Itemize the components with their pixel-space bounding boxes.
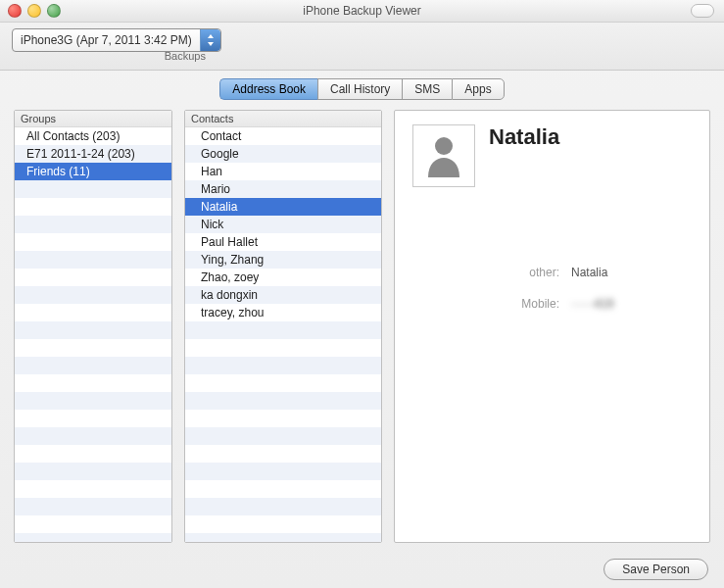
avatar — [412, 124, 475, 187]
list-item-empty — [185, 445, 381, 463]
list-item-empty — [15, 357, 171, 374]
detail-header: Natalia — [412, 124, 692, 187]
contacts-panel: Contacts ContactGoogleHanMarioNataliaNic… — [184, 110, 382, 543]
list-item-empty — [15, 304, 171, 321]
toolbar-toggle-icon[interactable] — [691, 4, 714, 18]
list-item-empty — [15, 286, 171, 304]
field-label: other: — [510, 266, 559, 279]
footer: Save Person — [0, 551, 724, 588]
field-value: Natalia — [571, 266, 607, 279]
save-person-button[interactable]: Save Person — [603, 559, 708, 580]
list-item-empty — [15, 463, 171, 480]
groups-list[interactable]: All Contacts (203)E71 2011-1-24 (203)Fri… — [15, 127, 171, 542]
list-item-empty — [15, 233, 171, 251]
list-item-empty — [185, 480, 381, 498]
list-item-empty — [185, 410, 381, 427]
list-item-empty — [185, 463, 381, 480]
list-item[interactable]: ka dongxin — [185, 286, 381, 304]
list-item-empty — [185, 357, 381, 374]
list-item-empty — [185, 339, 381, 357]
list-item-empty — [15, 498, 171, 515]
list-item-empty — [15, 251, 171, 269]
list-item-empty — [185, 498, 381, 515]
list-item[interactable]: Contact — [185, 127, 381, 145]
list-item-empty — [15, 533, 171, 542]
person-icon — [424, 134, 463, 177]
backups-label: Backups — [165, 50, 206, 62]
list-item-empty — [15, 339, 171, 357]
backup-selector-value: iPhone3G (Apr 7, 2011 3:42 PM) — [13, 33, 200, 47]
list-item-empty — [15, 410, 171, 427]
list-item-empty — [185, 392, 381, 410]
list-item[interactable]: Mario — [185, 180, 381, 198]
window-title: iPhone Backup Viewer — [0, 4, 724, 18]
list-item-empty — [185, 427, 381, 445]
detail-field: other:Natalia — [510, 266, 692, 279]
list-item[interactable]: Nick — [185, 216, 381, 233]
list-item-empty — [185, 533, 381, 542]
list-item-empty — [15, 427, 171, 445]
list-item-empty — [15, 515, 171, 533]
toolbar: iPhone3G (Apr 7, 2011 3:42 PM) Backups — [0, 23, 724, 71]
app-window: iPhone Backup Viewer iPhone3G (Apr 7, 20… — [0, 0, 724, 588]
tab-sms[interactable]: SMS — [402, 78, 452, 100]
tab-address-book[interactable]: Address Book — [219, 78, 317, 100]
list-item-empty — [15, 392, 171, 410]
list-item[interactable]: E71 2011-1-24 (203) — [15, 145, 171, 163]
list-item-empty — [15, 180, 171, 198]
detail-field: Mobile:·······419 — [510, 297, 692, 311]
groups-header: Groups — [15, 111, 171, 127]
title-bar: iPhone Backup Viewer — [0, 0, 724, 23]
svg-point-0 — [435, 137, 453, 155]
contact-name: Natalia — [489, 124, 559, 150]
tab-call-history[interactable]: Call History — [317, 78, 402, 100]
list-item-empty — [15, 480, 171, 498]
tab-apps[interactable]: Apps — [452, 78, 504, 100]
list-item[interactable]: Google — [185, 145, 381, 163]
list-item[interactable]: Paul Hallet — [185, 233, 381, 251]
list-item[interactable]: Friends (11) — [15, 163, 171, 180]
list-item-empty — [185, 515, 381, 533]
field-label: Mobile: — [510, 297, 559, 311]
contacts-list[interactable]: ContactGoogleHanMarioNataliaNickPaul Hal… — [185, 127, 381, 542]
list-item-empty — [185, 374, 381, 392]
chevron-updown-icon — [200, 29, 220, 51]
list-item-empty — [15, 321, 171, 339]
list-item[interactable]: Natalia — [185, 198, 381, 216]
backup-selector[interactable]: iPhone3G (Apr 7, 2011 3:42 PM) — [12, 28, 221, 52]
list-item-empty — [15, 445, 171, 463]
contacts-header: Contacts — [185, 111, 381, 127]
list-item-empty — [15, 374, 171, 392]
field-value: ·······419 — [571, 297, 613, 311]
list-item[interactable]: All Contacts (203) — [15, 127, 171, 145]
tab-bar: Address BookCall HistorySMSApps — [219, 78, 504, 100]
detail-panel: Natalia other:NataliaMobile:·······419 — [394, 110, 710, 543]
list-item-empty — [15, 269, 171, 286]
list-item[interactable]: Zhao, zoey — [185, 269, 381, 286]
list-item-empty — [15, 198, 171, 216]
groups-panel: Groups All Contacts (203)E71 2011-1-24 (… — [14, 110, 172, 543]
list-item[interactable]: Ying, Zhang — [185, 251, 381, 269]
list-item-empty — [15, 216, 171, 233]
main-content: Groups All Contacts (203)E71 2011-1-24 (… — [0, 100, 724, 551]
list-item[interactable]: tracey, zhou — [185, 304, 381, 321]
list-item-empty — [185, 321, 381, 339]
list-item[interactable]: Han — [185, 163, 381, 180]
